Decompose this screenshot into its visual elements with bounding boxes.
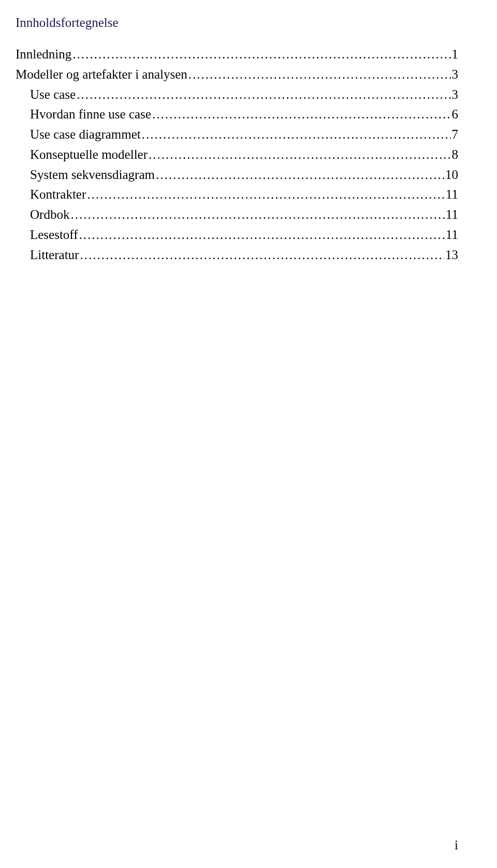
- toc-entry: System sekvensdiagram 10: [16, 165, 458, 185]
- toc-entry-page: 8: [452, 145, 459, 165]
- toc-dots: [72, 44, 450, 65]
- toc-entry-page: 1: [452, 44, 459, 65]
- toc-dots: [79, 225, 445, 245]
- toc-dots: [142, 125, 451, 145]
- toc-entry-label: Kontrakter: [30, 185, 86, 205]
- toc-dots: [152, 104, 451, 125]
- toc-dots: [77, 85, 450, 105]
- toc-entry: Ordbok 11: [16, 205, 458, 225]
- toc-entry: Konseptuelle modeller 8: [16, 145, 458, 165]
- toc-entry-page: 10: [445, 165, 458, 185]
- toc-entry: Use case diagrammet 7: [16, 125, 458, 145]
- toc-entry-page: 7: [452, 125, 459, 145]
- toc-entry-label: Litteratur: [30, 245, 79, 265]
- toc-dots: [188, 65, 451, 85]
- toc-entry-label: Lesestoff: [30, 225, 78, 245]
- toc-entry-page: 3: [452, 85, 459, 105]
- toc-entry: Lesestoff 11: [16, 225, 458, 245]
- toc-entry-label: Modeller og artefakter i analysen: [16, 65, 187, 85]
- toc-entry-page: 13: [445, 245, 458, 265]
- toc-entry: Use case 3: [16, 85, 458, 105]
- toc-entry: Litteratur 13: [16, 245, 458, 265]
- toc-entry-label: Konseptuelle modeller: [30, 145, 148, 165]
- toc-entry: Modeller og artefakter i analysen 3: [16, 65, 458, 85]
- toc-title: Innholdsfortegnelse: [16, 16, 458, 30]
- toc-dots: [87, 185, 445, 205]
- page-number: i: [455, 838, 458, 852]
- toc-entry-label: Hvordan finne use case: [30, 104, 151, 125]
- toc-entry: Innledning 1: [16, 44, 458, 65]
- toc-dots: [80, 245, 444, 265]
- toc-entry: Kontrakter 11: [16, 185, 458, 205]
- toc-list: Innledning 1 Modeller og artefakter i an…: [16, 44, 458, 265]
- toc-dots: [70, 205, 445, 225]
- toc-entry-label: System sekvensdiagram: [30, 165, 155, 185]
- toc-dots: [149, 145, 450, 165]
- toc-dots: [156, 165, 444, 185]
- toc-entry-page: 3: [452, 65, 459, 85]
- toc-entry-label: Use case: [30, 85, 76, 105]
- toc-entry-page: 11: [446, 185, 458, 205]
- toc-entry-page: 11: [446, 205, 458, 225]
- toc-entry-page: 6: [452, 104, 459, 125]
- toc-entry-label: Innledning: [16, 44, 71, 65]
- toc-entry: Hvordan finne use case 6: [16, 104, 458, 125]
- toc-entry-page: 11: [446, 225, 458, 245]
- toc-entry-label: Ordbok: [30, 205, 69, 225]
- toc-entry-label: Use case diagrammet: [30, 125, 141, 145]
